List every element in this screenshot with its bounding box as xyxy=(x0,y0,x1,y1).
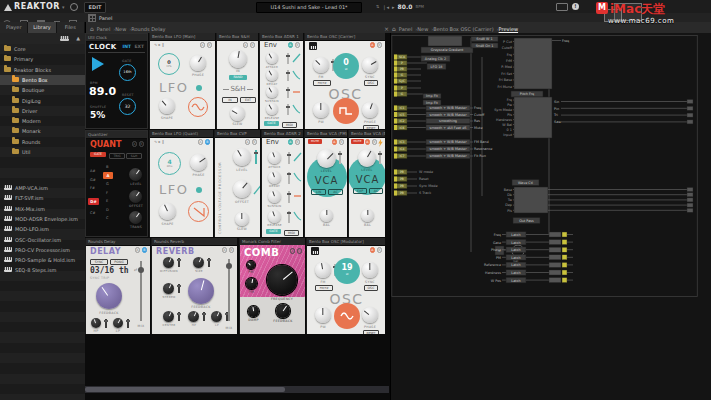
sidebar-file[interactable]: MIX-Mix.ism xyxy=(0,204,89,214)
quant-note[interactable]: C xyxy=(106,216,109,220)
ab-toggles[interactable]: AB xyxy=(370,247,383,253)
module-monark-comb[interactable]: Monark Comb Filter COMB AB PM FM FREQUEN… xyxy=(239,238,305,334)
ab-toggles[interactable]: AB xyxy=(245,139,258,145)
sh-rand-button[interactable]: RAND xyxy=(229,75,247,80)
quant-trig-button[interactable]: TRIG xyxy=(109,153,125,159)
reverb-knob[interactable] xyxy=(163,257,174,268)
module-vca-eg[interactable]: Bento Box VCA (EG) MUTE AB LEVEL VCA EXP… xyxy=(348,130,385,237)
sidebar-file[interactable]: OSC-Oscillator.ism xyxy=(0,235,89,245)
sidebar-file[interactable]: AMP-VCA.ism xyxy=(0,183,89,193)
quant-note[interactable]: B xyxy=(106,165,108,169)
reverb-knob-slider[interactable] xyxy=(208,258,210,267)
lfo-shape-knob[interactable] xyxy=(159,98,175,114)
module-quantizer[interactable]: Quantizer QUANT AB GATE TRIG S&H A#G#F#C… xyxy=(85,130,148,237)
reaktor-logo[interactable]: REAKTOR ▾ xyxy=(4,2,65,11)
lfo-phase-knob[interactable] xyxy=(190,55,206,71)
adsr-stage-slider[interactable] xyxy=(287,70,289,81)
module-lfo-main[interactable]: Bento Box LFO [Main] ∿ ▸ ‖ AB 0 CPS PHAS… xyxy=(149,33,215,129)
breadcrumb-item[interactable]: New xyxy=(417,26,433,32)
quant-note[interactable]: E xyxy=(106,199,108,203)
module-vca-fm[interactable]: Bento Box VCA (FM) MUTE AB LEVEL VCA LIN… xyxy=(304,130,347,237)
sh-in-button[interactable]: IN xyxy=(222,97,238,103)
module-osc-modulator[interactable]: Bento Box OSC [Modulator] AB FM FM/TZ 19… xyxy=(306,238,385,334)
play-icon[interactable]: ▸ xyxy=(392,4,395,10)
cvp-slew-knob[interactable] xyxy=(235,212,249,226)
module-cvp[interactable]: Bento Box CVP CONTROL VOLTAGE PROCESSOR … xyxy=(214,130,260,237)
vca-level-slider[interactable] xyxy=(379,151,381,164)
vca-ac-button[interactable]: AC xyxy=(328,189,343,195)
comb-frequency-knob[interactable] xyxy=(267,265,297,295)
module-util-clock[interactable]: Util Clock CLOCK INT EXT GATE 16th BPM 8… xyxy=(85,33,148,129)
adsr-midi-button[interactable]: MIDI xyxy=(284,230,299,236)
sidebar-tab[interactable]: Library xyxy=(28,22,56,33)
quant-selected-note[interactable]: A xyxy=(103,172,113,179)
reverb-knob-slider[interactable] xyxy=(203,312,205,321)
sidebar-file[interactable]: MOD-LFO.ism xyxy=(0,224,89,234)
breadcrumb-item[interactable]: Panel xyxy=(97,26,116,32)
breadcrumb-item[interactable]: New xyxy=(115,26,131,32)
vca-level-knob[interactable] xyxy=(358,149,376,167)
delay-feedback-knob[interactable] xyxy=(96,283,122,309)
sh-slew-knob[interactable] xyxy=(230,106,245,121)
osc-reset-button[interactable]: RESET xyxy=(363,125,379,130)
delay-mix-slider[interactable] xyxy=(140,261,142,321)
clock-int-button[interactable]: INT xyxy=(122,44,131,49)
delay-hp-slider[interactable] xyxy=(105,319,107,328)
keyboard-icon[interactable] xyxy=(60,36,69,41)
quant-note[interactable]: A# xyxy=(90,169,95,173)
comb-fm-knob[interactable] xyxy=(246,278,257,289)
keyboard-icon[interactable] xyxy=(311,247,319,255)
info-icon[interactable]: ! xyxy=(572,3,579,10)
vca-level-slider[interactable] xyxy=(339,151,341,164)
reverb-feedback-knob[interactable] xyxy=(188,278,214,304)
osc-reset-button[interactable]: RESET xyxy=(363,330,379,335)
sidebar-folder[interactable]: Bento Box xyxy=(0,75,97,85)
sidebar-folder[interactable]: Reaktor Blocks xyxy=(0,65,89,75)
sidebar-tab[interactable]: Player xyxy=(0,22,28,33)
vca-mute-button[interactable]: MUTE xyxy=(351,139,364,144)
osc-pw-knob[interactable] xyxy=(313,102,329,118)
adsr-stage-knob[interactable] xyxy=(266,69,278,81)
quant-gate-button[interactable]: GATE xyxy=(90,152,106,157)
quant-sh-button[interactable]: S&H xyxy=(126,153,142,159)
adsr-stage-slider[interactable] xyxy=(287,104,289,115)
adsr-stage-knob[interactable] xyxy=(266,86,278,98)
breadcrumb-item[interactable]: Panel xyxy=(399,26,418,32)
sidebar-folder[interactable]: Boutique xyxy=(0,85,97,95)
quant-note[interactable]: C# xyxy=(90,211,96,215)
sidebar-folder[interactable]: DigiLog xyxy=(0,96,97,106)
adsr-stage-slider[interactable] xyxy=(288,172,290,184)
delay-hp-knob[interactable] xyxy=(91,318,101,328)
osc-fm-knob[interactable] xyxy=(315,262,331,278)
clock-play-button[interactable] xyxy=(92,57,104,71)
adsr-stage-slider[interactable] xyxy=(288,191,290,203)
close-icon[interactable]: × xyxy=(384,25,389,32)
quant-note[interactable]: G# xyxy=(90,178,96,182)
sine-wave-icon[interactable] xyxy=(334,303,360,329)
sidebar-folder[interactable]: Modern xyxy=(0,116,97,126)
reverb-knob[interactable] xyxy=(211,311,222,322)
delay-time-display[interactable]: 03/16 th xyxy=(90,266,129,275)
module-adsr-1[interactable]: Bento Box ADSR 1 Env AB ATTACK DECAY xyxy=(259,33,303,129)
structure-view[interactable]: SCAPPBGSyCPGPBW modePBResetPBSync ModePB… xyxy=(390,33,711,400)
home-icon[interactable]: ⌂ xyxy=(90,25,94,32)
clock-gate-knob[interactable]: 16th xyxy=(119,64,136,81)
comb-feedback-knob[interactable] xyxy=(276,304,290,318)
lfo-rate-display[interactable]: 0 CPS xyxy=(158,53,180,75)
sidebar-folder[interactable]: Driver xyxy=(0,106,97,116)
breadcrumb-item[interactable]: Rounds Delay xyxy=(131,26,165,32)
panel-tab[interactable]: Panel xyxy=(88,14,113,22)
cvp-level-knob[interactable] xyxy=(233,148,251,166)
cvp-level-slider[interactable] xyxy=(255,150,257,164)
ab-toggles[interactable]: AB xyxy=(198,139,211,145)
vca-lin-button[interactable]: LIN xyxy=(311,189,326,195)
osc-fm-knob[interactable] xyxy=(313,57,329,73)
module-sample-hold[interactable]: Bento Box S&H AB IN RAND S&H IN EXT SLEW xyxy=(216,33,258,129)
logo-dropdown-caret[interactable]: ▾ xyxy=(62,4,65,10)
breadcrumb-item[interactable]: Preview xyxy=(499,26,518,32)
reverb-mix-slider[interactable] xyxy=(228,259,230,321)
square-wave-icon[interactable] xyxy=(333,98,359,124)
saw-wave-icon[interactable] xyxy=(188,201,209,222)
module-rounds-delay[interactable]: Rounds Delay DELAY AB SYNC PONG 03/16 th… xyxy=(85,238,150,334)
rewind-icon[interactable]: ❘◂ xyxy=(382,4,389,10)
